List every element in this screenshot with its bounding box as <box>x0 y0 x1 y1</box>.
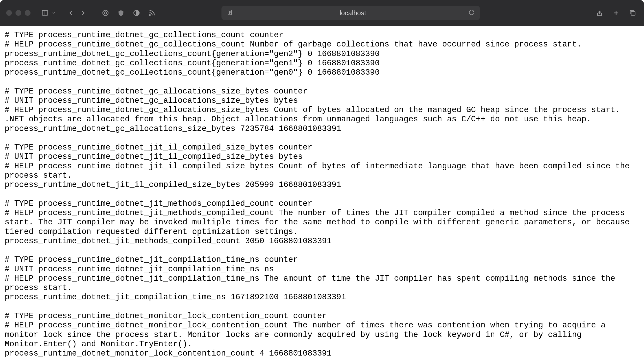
url-text: localhost <box>237 9 469 17</box>
shield-icon[interactable] <box>116 8 126 18</box>
svg-point-2 <box>103 10 108 16</box>
forward-button[interactable] <box>78 8 88 18</box>
address-bar[interactable]: localhost <box>221 6 480 20</box>
close-window-button[interactable] <box>6 10 12 16</box>
right-toolbar-group <box>594 8 638 18</box>
sidebar-icon <box>40 8 50 18</box>
svg-rect-0 <box>42 11 48 15</box>
svg-rect-14 <box>631 11 635 15</box>
back-button[interactable] <box>66 8 76 18</box>
tabs-overview-button[interactable] <box>627 8 638 18</box>
new-tab-button[interactable] <box>611 8 621 18</box>
rss-icon[interactable] <box>147 8 157 18</box>
minimize-window-button[interactable] <box>16 10 21 16</box>
nav-buttons <box>66 8 88 18</box>
page-content: # TYPE process_runtime_dotnet_gc_collect… <box>0 26 644 362</box>
window-controls <box>6 10 30 16</box>
privacy-report-icon[interactable] <box>100 8 111 18</box>
browser-toolbar: localhost <box>0 0 644 26</box>
svg-point-5 <box>149 14 150 15</box>
privacy-icons <box>100 8 157 18</box>
maximize-window-button[interactable] <box>25 10 30 16</box>
reader-mode-icon[interactable] <box>227 9 233 17</box>
sidebar-toggle[interactable] <box>40 8 56 18</box>
share-button[interactable] <box>594 8 605 18</box>
contrast-icon[interactable] <box>131 8 142 18</box>
reload-button[interactable] <box>469 9 475 17</box>
chevron-down-icon <box>51 8 56 18</box>
svg-point-3 <box>104 12 106 14</box>
